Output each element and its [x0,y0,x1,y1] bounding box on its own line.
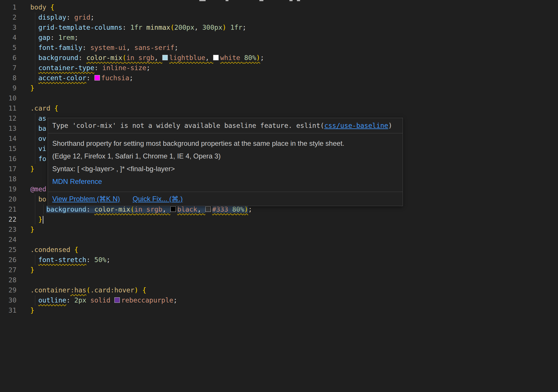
line-number[interactable]: 19 [0,184,16,194]
line-number[interactable]: 15 [0,144,16,154]
code-token: system-ui [90,44,127,51]
line-number[interactable]: 29 [0,285,16,295]
color-swatch[interactable] [94,75,100,81]
code-line[interactable]: 3 grid-template-columns: 1fr minmax(200p… [0,23,558,33]
code-token: ) [134,286,138,294]
line-number[interactable]: 11 [0,103,16,113]
code-line[interactable]: 26 font-stretch: 50%; [0,255,558,265]
code-text: } [16,305,558,316]
line-number[interactable]: 6 [0,53,16,63]
line-number[interactable]: 7 [0,63,16,73]
code-token: : [86,74,94,82]
code-token: .card [30,104,54,112]
line-number[interactable]: 14 [0,134,16,144]
code-line[interactable]: 9} [0,83,558,93]
code-token [30,135,38,142]
line-number[interactable]: 13 [0,124,16,134]
line-number[interactable]: 26 [0,255,16,265]
code-line[interactable]: 5 font-family: system-ui, sans-serif; [0,43,558,53]
docs-browser-support: (Edge 12, Firefox 1, Safari 1, Chrome 1,… [52,152,398,160]
code-line[interactable]: 28 [0,275,558,285]
line-number[interactable]: 16 [0,154,16,164]
line-number[interactable]: 31 [0,305,16,316]
line-number[interactable]: 10 [0,93,16,103]
line-number[interactable]: 24 [0,235,16,245]
code-line[interactable]: 10 [0,93,558,103]
line-number[interactable]: 4 [0,33,16,43]
line-number[interactable]: 3 [0,23,16,33]
code-token: display [38,14,66,21]
code-line[interactable]: 30 outline: 2px solid rebeccapurple; [0,295,558,305]
code-token: ; [260,54,264,61]
color-swatch[interactable] [213,55,219,60]
line-number[interactable]: 28 [0,275,16,285]
line-number[interactable]: 18 [0,174,16,184]
line-number[interactable]: 5 [0,43,16,53]
color-swatch[interactable] [205,206,211,212]
code-token: : [94,64,103,72]
color-swatch[interactable] [162,55,168,60]
code-line[interactable]: 2 display: grid; [0,12,558,23]
code-token: grid [74,14,90,21]
code-line[interactable]: 24 [0,235,558,245]
line-number[interactable]: 17 [0,164,16,174]
code-token: fuchsia [101,74,129,82]
indent-guide [35,33,35,43]
code-line[interactable]: 7 container-type: inline-size; [0,63,558,73]
code-token: ; [146,64,150,72]
indent-guide [35,124,35,134]
line-number[interactable]: 9 [0,83,16,93]
code-line[interactable]: 11.card { [0,103,558,113]
code-line[interactable]: 22 } [0,214,558,225]
code-text: } [16,214,558,225]
code-token: } [30,307,34,314]
line-number[interactable]: 25 [0,245,16,255]
quick-fix-link[interactable]: Quick Fix... (⌘.) [133,195,183,203]
code-token: ; [90,14,94,21]
code-line[interactable]: 31} [0,305,558,316]
line-number[interactable]: 21 [0,204,16,214]
line-number[interactable]: 30 [0,295,16,305]
code-line[interactable]: 23} [0,225,558,235]
code-token: background [46,206,86,213]
mdn-reference-link[interactable]: MDN Reference [52,178,102,185]
code-token: lightblue [169,54,205,61]
code-line[interactable]: 4 gap: 1rem; [0,33,558,43]
line-number[interactable]: 22 [0,214,16,225]
line-number[interactable]: 2 [0,12,16,23]
code-text: .container:has(.card:hover) { [16,285,558,295]
code-line[interactable]: 25.condensed { [0,245,558,255]
line-number[interactable]: 20 [0,194,16,204]
code-token: black [177,206,197,213]
indent-guide [35,113,35,124]
diagnostic-source-prefix: eslint( [296,122,324,129]
code-line[interactable]: 29.container:has(.card:hover) { [0,285,558,295]
line-number[interactable]: 1 [0,2,16,12]
indent-guide [35,154,35,164]
view-problem-link[interactable]: View Problem (⌘K N) [52,195,120,203]
code-token: : [82,44,90,51]
code-text: } [16,225,558,235]
color-swatch[interactable] [114,297,120,303]
code-token [30,14,38,21]
clipped-glyph [199,0,206,1]
diagnostic-rule-link[interactable]: css/use-baseline [324,122,388,129]
code-token [30,256,38,264]
line-number[interactable]: 27 [0,265,16,275]
code-token: color-mix [94,206,131,213]
color-swatch[interactable] [170,206,176,212]
code-token: grid-template-columns [38,24,122,31]
code-token: font-family [38,44,82,51]
code-line[interactable]: 8 accent-color: fuchsia; [0,73,558,83]
line-number[interactable]: 23 [0,225,16,235]
code-token: in srgb [134,206,162,213]
code-line[interactable]: 1body { [0,2,558,12]
code-line[interactable]: 27} [0,265,558,275]
clipped-glyph [289,0,293,1]
code-token: { [142,286,146,294]
code-token: } [30,226,34,233]
line-number[interactable]: 8 [0,73,16,83]
line-number[interactable]: 12 [0,113,16,124]
clipped-glyph [226,0,228,1]
code-line[interactable]: 6 background: color-mix(in srgb, lightbl… [0,53,558,63]
